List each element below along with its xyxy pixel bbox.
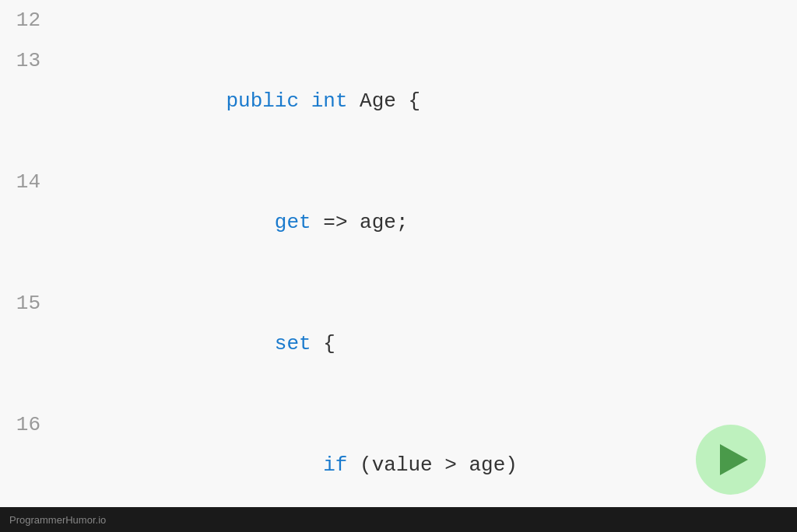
keyword-public: public	[226, 89, 299, 113]
code-editor: 12 13 public int Age { 14 get => age; 15…	[0, 0, 797, 532]
line-content-14: get => age;	[56, 162, 409, 283]
space-13a	[299, 89, 311, 113]
keyword-if: if	[323, 453, 347, 477]
line-number-14: 14	[0, 162, 56, 202]
keyword-get: get	[275, 211, 311, 234]
identifier-age: Age {	[348, 89, 421, 113]
code-line-12: 12	[0, 0, 797, 40]
set-brace: {	[311, 332, 335, 355]
line-number-15: 15	[0, 283, 56, 324]
line-content-13: public int Age {	[56, 40, 420, 162]
line-number-16: 16	[0, 404, 56, 445]
bottom-bar: ProgrammerHumor.io	[0, 507, 797, 532]
code-line-15: 15 set {	[0, 283, 797, 404]
line-content-15: set {	[56, 283, 335, 404]
keyword-set: set	[275, 332, 311, 355]
code-line-14: 14 get => age;	[0, 162, 797, 283]
get-body: => age;	[311, 211, 409, 234]
indent-15	[129, 332, 275, 355]
keyword-int: int	[311, 89, 348, 113]
indent-13	[129, 89, 226, 113]
if-condition: (value > age)	[347, 453, 517, 477]
bottom-bar-label: ProgrammerHumor.io	[9, 514, 106, 526]
code-line-13: 13 public int Age {	[0, 40, 797, 162]
line-number-12: 12	[0, 0, 56, 40]
play-button[interactable]	[696, 425, 766, 495]
indent-16	[129, 453, 324, 477]
play-triangle-icon	[720, 444, 748, 475]
indent-14	[129, 211, 275, 234]
line-number-13: 13	[0, 40, 56, 81]
